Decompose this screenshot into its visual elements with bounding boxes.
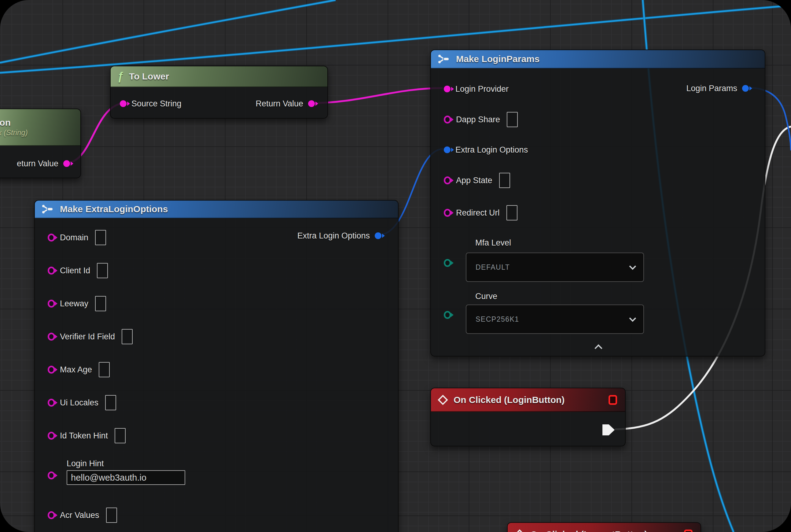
leeway-label: Leeway xyxy=(60,299,88,308)
extra-login-options-out-pin[interactable] xyxy=(375,232,382,239)
max-age-label: Max Age xyxy=(60,365,92,375)
extra-login-options-in-pin[interactable] xyxy=(444,147,450,153)
verifier-id-field-label: Verifier Id Field xyxy=(60,332,115,342)
domain-pin[interactable] xyxy=(48,233,55,242)
login-provider-label: Login Provider xyxy=(456,84,508,94)
event-diamond-icon xyxy=(438,395,448,405)
node-on-clicked-logout[interactable]: On Clicked (LogoutButton) xyxy=(507,522,701,532)
id-token-hint-input[interactable] xyxy=(115,428,126,443)
app-state-label: App State xyxy=(456,176,493,185)
event-diamond-icon xyxy=(515,529,525,532)
make-struct-icon xyxy=(438,54,450,64)
node-to-lower[interactable]: ƒ To Lower Source String Return Value xyxy=(110,66,328,119)
return-value-label: eturn Value xyxy=(17,159,58,169)
wire-tolower-to-provider xyxy=(312,88,443,103)
login-hint-label: Login Hint xyxy=(66,459,185,469)
mfa-level-label: Mfa Level xyxy=(475,238,511,248)
extra-login-options-in-label: Extra Login Options xyxy=(456,145,528,155)
ui-locales-pin[interactable] xyxy=(48,399,55,407)
client-id-pin[interactable] xyxy=(48,267,55,274)
client-id-label: Client Id xyxy=(60,266,90,276)
chevron-down-icon xyxy=(629,315,636,322)
node-make-extra-login-options[interactable]: Make ExtraLoginOptions Domain Client Id … xyxy=(34,200,399,532)
mfa-level-pin[interactable] xyxy=(444,259,451,267)
event-bound-icon[interactable] xyxy=(609,395,617,405)
chevron-down-icon xyxy=(629,263,636,270)
function-icon: ƒ xyxy=(117,70,123,83)
source-string-pin[interactable] xyxy=(120,100,127,107)
blueprint-graph-canvas[interactable]: tion ox (String) eturn Value ƒ To Lower … xyxy=(0,0,791,532)
domain-input[interactable] xyxy=(95,230,106,245)
node-on-clicked-logout-header[interactable]: On Clicked (LogoutButton) xyxy=(508,523,700,532)
max-age-input[interactable] xyxy=(99,362,110,377)
dapp-share-label: Dapp Share xyxy=(456,115,500,125)
verifier-id-field-input[interactable] xyxy=(122,329,133,344)
node-get-text-title: tion xyxy=(0,117,11,128)
leeway-input[interactable] xyxy=(95,296,106,311)
node-get-text-header[interactable]: tion ox (String) xyxy=(0,109,80,146)
login-hint-pin[interactable] xyxy=(48,472,55,479)
redirect-url-input[interactable] xyxy=(506,205,518,221)
dapp-share-pin[interactable] xyxy=(444,116,451,124)
node-make-login-params-header[interactable]: Make LoginParams xyxy=(431,50,765,69)
node-get-text-partial[interactable]: tion ox (String) eturn Value xyxy=(0,109,81,178)
verifier-id-field-pin[interactable] xyxy=(48,332,55,341)
ui-locales-label: Ui Locales xyxy=(60,398,98,407)
dapp-share-input[interactable] xyxy=(507,112,518,127)
acr-values-pin[interactable] xyxy=(48,511,55,519)
node-on-clicked-login[interactable]: On Clicked (LoginButton) xyxy=(430,388,626,446)
mfa-level-dropdown[interactable]: DEFAULT xyxy=(466,252,644,282)
id-token-hint-label: Id Token Hint xyxy=(60,431,108,441)
curve-label: Curve xyxy=(475,292,497,301)
node-make-extra-header[interactable]: Make ExtraLoginOptions xyxy=(35,201,398,218)
exec-out-pin[interactable] xyxy=(602,424,615,435)
curve-value: SECP256K1 xyxy=(476,315,519,323)
to-lower-return-pin[interactable] xyxy=(308,100,315,107)
node-get-text-subtitle: ox (String) xyxy=(0,128,28,137)
redirect-url-pin[interactable] xyxy=(444,209,451,217)
redirect-url-label: Redirect Url xyxy=(456,208,500,218)
collapse-pins-button[interactable] xyxy=(595,344,602,352)
node-make-login-params-title: Make LoginParams xyxy=(456,54,539,64)
id-token-hint-pin[interactable] xyxy=(48,432,55,440)
leeway-pin[interactable] xyxy=(48,300,55,308)
curve-pin[interactable] xyxy=(444,311,451,319)
client-id-input[interactable] xyxy=(97,263,108,278)
ui-locales-input[interactable] xyxy=(105,395,116,410)
make-struct-icon xyxy=(42,204,54,214)
mfa-level-value: DEFAULT xyxy=(476,263,510,271)
node-to-lower-title: To Lower xyxy=(129,71,169,82)
domain-label: Domain xyxy=(60,233,88,243)
event-bound-icon[interactable] xyxy=(684,530,693,532)
acr-values-label: Acr Values xyxy=(60,511,99,520)
login-hint-input[interactable]: hello@web3auth.io xyxy=(66,470,185,485)
extra-login-options-out-label: Extra Login Options xyxy=(297,231,370,241)
node-make-login-params[interactable]: Make LoginParams Login Provider Dapp Sha… xyxy=(430,50,765,357)
node-to-lower-header[interactable]: ƒ To Lower xyxy=(111,66,327,87)
source-string-label: Source String xyxy=(131,99,181,109)
login-params-out-label: Login Params xyxy=(686,84,737,93)
return-value-pin[interactable] xyxy=(63,160,70,167)
max-age-pin[interactable] xyxy=(48,366,55,374)
acr-values-input[interactable] xyxy=(106,508,117,523)
app-state-pin[interactable] xyxy=(444,176,451,184)
login-provider-pin[interactable] xyxy=(444,86,450,92)
to-lower-return-label: Return Value xyxy=(255,99,303,109)
node-make-extra-title: Make ExtraLoginOptions xyxy=(60,204,168,214)
app-state-input[interactable] xyxy=(499,173,510,188)
login-params-out-pin[interactable] xyxy=(742,85,749,92)
curve-dropdown[interactable]: SECP256K1 xyxy=(466,305,644,334)
node-on-clicked-login-header[interactable]: On Clicked (LoginButton) xyxy=(431,388,625,412)
node-on-clicked-login-title: On Clicked (LoginButton) xyxy=(454,395,564,405)
node-on-clicked-logout-title: On Clicked (LogoutButton) xyxy=(530,529,647,532)
